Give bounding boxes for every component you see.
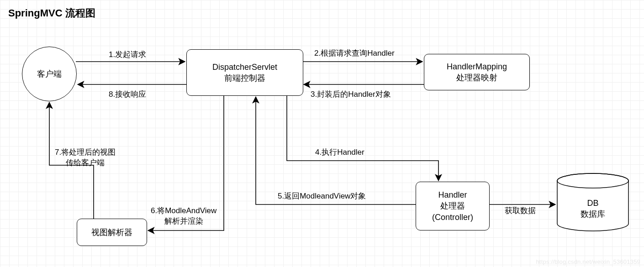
edge-6-label: 6.将ModleAndView 解析并渲染 — [151, 205, 216, 226]
node-handler-l3: (Controller) — [432, 212, 473, 223]
edge-4-label: 4.执行Handler — [315, 147, 364, 157]
node-view-label: 视图解析器 — [91, 227, 132, 238]
node-client: 客户端 — [22, 47, 77, 101]
watermark: https://blog.csdn.net/weixin_53601359 — [536, 258, 640, 265]
node-db: DB 数据库 — [556, 173, 629, 232]
node-mapping-l2: 处理器映射 — [456, 72, 497, 83]
node-mapping-l1: HandlerMapping — [447, 61, 507, 72]
edge-5-label: 5.返回ModleandView对象 — [278, 191, 366, 201]
edge-8-label: 8.接收响应 — [109, 89, 146, 99]
node-dispatcher-l2: 前端控制器 — [224, 73, 265, 84]
node-dispatcher: DispatcherServlet 前端控制器 — [186, 49, 303, 96]
page-title: SpringMVC 流程图 — [8, 6, 95, 20]
node-handler: Handler 处理器 (Controller) — [416, 182, 490, 230]
edge-3-label: 3.封装后的Handler对象 — [311, 89, 391, 99]
node-handler-l2: 处理器 — [440, 200, 465, 211]
node-db-l1: DB — [587, 199, 598, 208]
node-mapping: HandlerMapping 处理器映射 — [424, 54, 530, 90]
edge-7-label: 7.将处理后的视图 传给客户端 — [55, 147, 116, 168]
node-view: 视图解析器 — [77, 219, 147, 246]
node-client-label: 客户端 — [37, 68, 62, 79]
edge-2-label: 2.根据请求查询Handler — [314, 48, 395, 58]
node-db-l2: 数据库 — [581, 209, 605, 219]
node-handler-l1: Handler — [438, 189, 467, 200]
node-dispatcher-l1: DispatcherServlet — [212, 62, 277, 73]
edge-1-label: 1.发起请求 — [109, 49, 146, 60]
edge-db-label: 获取数据 — [505, 205, 536, 216]
